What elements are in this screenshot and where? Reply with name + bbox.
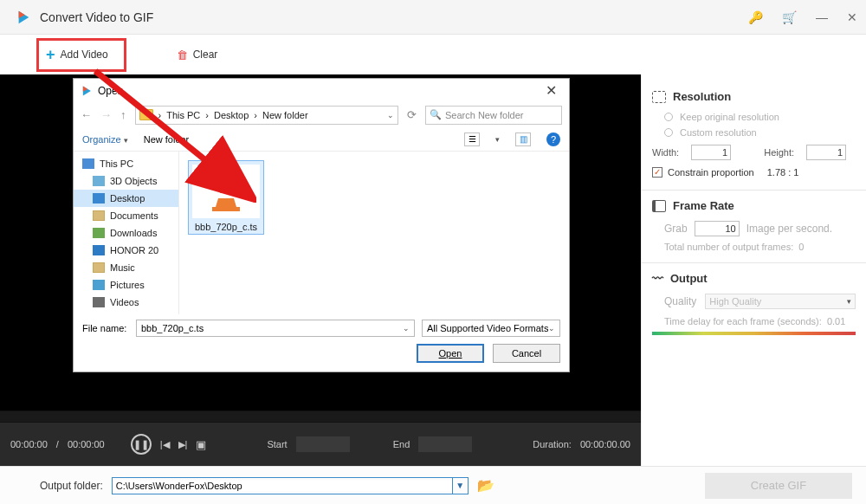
plus-icon: + <box>46 46 55 64</box>
breadcrumb-this-pc[interactable]: This PC <box>166 110 200 120</box>
folder-tree[interactable]: This PC 3D Objects Desktop Documents Dow… <box>74 152 179 314</box>
breadcrumb-desktop[interactable]: Desktop <box>214 110 249 120</box>
footer: Output folder: ▼ 📂 Create GIF <box>0 466 866 504</box>
new-folder-button[interactable]: New folder <box>144 134 190 145</box>
file-name: bbb_720p_c.ts <box>192 222 260 232</box>
width-label: Width: <box>652 147 679 158</box>
grab-unit: Image per second. <box>746 223 832 235</box>
quality-select[interactable]: High Quality▾ <box>705 294 856 309</box>
resolution-icon <box>652 91 666 103</box>
open-button[interactable]: Open <box>417 344 484 363</box>
time-current: 00:00:00 <box>10 439 48 449</box>
width-input[interactable]: 1 <box>691 145 731 160</box>
file-item[interactable]: bbb_720p_c.ts <box>188 160 264 235</box>
tree-honor20[interactable]: HONOR 20 <box>74 242 178 259</box>
app-title: Convert Video to GIF <box>40 10 748 24</box>
output-folder-field[interactable]: ▼ <box>112 477 469 494</box>
start-label: Start <box>267 439 287 449</box>
filename-field[interactable]: bbb_720p_c.ts⌄ <box>136 320 415 337</box>
prev-frame-button[interactable]: |◀ <box>160 439 170 450</box>
file-list-pane[interactable]: bbb_720p_c.ts <box>179 152 569 314</box>
quality-gradient <box>652 332 856 335</box>
settings-panel: Resolution Keep original resolution Cust… <box>641 74 866 466</box>
player-controls: 00:00:00 / 00:00:00 ❚❚ |◀ ▶| ▣ Start End… <box>0 410 641 466</box>
height-label: Height: <box>764 147 794 158</box>
tree-pictures[interactable]: Pictures <box>74 276 178 294</box>
start-time-field[interactable] <box>296 436 350 452</box>
help-button[interactable]: ? <box>546 132 560 146</box>
output-folder-input[interactable] <box>113 481 452 491</box>
resolution-title: Resolution <box>673 90 731 103</box>
nav-back-button[interactable]: ← <box>81 108 92 121</box>
search-input[interactable]: 🔍 Search New folder <box>425 106 562 125</box>
trash-icon: 🗑 <box>177 48 188 61</box>
time-total: 00:00:00 <box>68 439 105 449</box>
output-icon: 〰 <box>652 272 663 285</box>
output-title: Output <box>670 272 708 285</box>
clear-label: Clear <box>193 48 218 61</box>
breadcrumb[interactable]: › This PC› Desktop› New folder ⌄ <box>135 106 399 125</box>
organize-menu[interactable]: Organize ▾ <box>82 134 128 145</box>
vlc-cone-icon <box>202 167 250 216</box>
duration-value: 00:00:00.00 <box>580 439 630 449</box>
key-icon[interactable]: 🔑 <box>748 10 763 24</box>
quality-label: Quality <box>664 295 696 307</box>
breadcrumb-new-folder[interactable]: New folder <box>262 110 308 120</box>
clear-button[interactable]: 🗑 Clear <box>177 48 218 61</box>
refresh-button[interactable]: ⟳ <box>407 108 417 121</box>
tree-3d-objects[interactable]: 3D Objects <box>74 172 178 190</box>
timeline[interactable] <box>0 410 641 423</box>
custom-resolution-radio[interactable]: Custom resolution <box>664 127 856 138</box>
tree-documents[interactable]: Documents <box>74 207 178 224</box>
duration-label: Duration: <box>533 439 572 449</box>
output-folder-dropdown[interactable]: ▼ <box>452 478 468 494</box>
file-open-dialog: Open ✕ ← → ↑ › This PC› Desktop› New fol… <box>73 78 570 372</box>
cancel-button[interactable]: Cancel <box>493 344 560 363</box>
grab-input[interactable]: 10 <box>695 221 740 236</box>
framerate-title: Frame Rate <box>673 199 734 212</box>
height-input[interactable]: 1 <box>806 145 846 160</box>
format-filter-select[interactable]: All Supported Video Formats(*.:⌄ <box>422 320 560 337</box>
browse-folder-icon[interactable]: 📂 <box>477 477 494 494</box>
tree-this-pc[interactable]: This PC <box>74 155 178 172</box>
minimize-button[interactable]: — <box>816 10 828 24</box>
svg-rect-3 <box>212 207 240 211</box>
breadcrumb-dropdown[interactable]: ⌄ <box>387 111 394 120</box>
title-bar: Convert Video to GIF 🔑 🛒 — ✕ <box>0 0 866 35</box>
total-frames-value: 0 <box>798 242 804 252</box>
toolbar: + Add Video 🗑 Clear <box>0 35 866 74</box>
svg-rect-2 <box>218 193 234 198</box>
total-frames-label: Total number of output frames: <box>664 242 793 252</box>
dialog-title: Open <box>98 85 540 97</box>
framerate-icon <box>652 200 666 212</box>
end-time-field[interactable] <box>418 436 472 452</box>
folder-icon <box>139 109 153 120</box>
dialog-close-button[interactable]: ✕ <box>540 82 562 99</box>
tree-music[interactable]: Music <box>74 259 178 276</box>
delay-value: 0.01 <box>827 316 845 326</box>
svg-rect-1 <box>221 183 231 188</box>
cart-icon[interactable]: 🛒 <box>782 10 797 24</box>
end-label: End <box>393 439 410 449</box>
preview-pane-button[interactable]: ▥ <box>515 132 531 146</box>
tree-videos[interactable]: Videos <box>74 294 178 311</box>
svg-marker-0 <box>216 172 236 207</box>
snapshot-button[interactable]: ▣ <box>196 438 206 451</box>
keep-resolution-radio[interactable]: Keep original resolution <box>664 112 856 122</box>
grab-label: Grab <box>664 223 688 235</box>
view-layout-dropdown[interactable]: ▾ <box>495 135 500 144</box>
filename-label: File name: <box>82 323 129 333</box>
dialog-logo-icon <box>81 85 93 97</box>
nav-up-button[interactable]: ↑ <box>120 108 126 121</box>
tree-downloads[interactable]: Downloads <box>74 224 178 242</box>
create-gif-button[interactable]: Create GIF <box>705 473 852 499</box>
view-layout-button[interactable]: ☰ <box>464 132 480 146</box>
nav-forward-button[interactable]: → <box>100 108 112 121</box>
app-logo-icon <box>16 10 31 25</box>
add-video-button[interactable]: + Add Video <box>36 38 126 72</box>
play-pause-button[interactable]: ❚❚ <box>131 434 152 455</box>
constrain-proportion-checkbox[interactable]: ✓Constrain proportion 1.78 : 1 <box>652 167 856 178</box>
close-button[interactable]: ✕ <box>847 10 857 24</box>
next-frame-button[interactable]: ▶| <box>178 439 188 450</box>
tree-desktop[interactable]: Desktop <box>74 190 178 207</box>
